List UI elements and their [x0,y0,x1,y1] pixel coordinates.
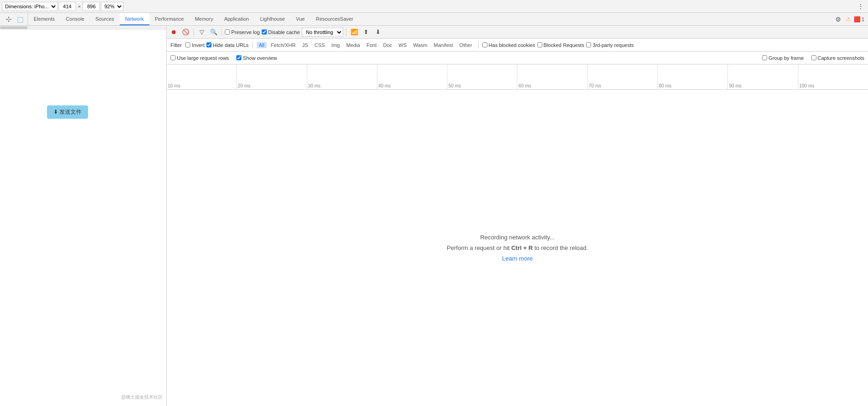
options-row: Use large request rows Show overview Gro… [167,52,868,64]
clear-button[interactable]: 🚫 [181,27,191,37]
tab-application[interactable]: Application [219,13,255,25]
scrollbar-thumb[interactable] [0,26,28,29]
group-by-frame-group[interactable]: Group by frame [762,55,803,61]
tab-list: Elements Console Sources Network Perform… [28,13,359,25]
filter-ws-button[interactable]: WS [396,42,409,48]
third-party-requests-group[interactable]: 3rd-party requests [586,42,633,48]
tick-90ms: 90 ms [727,64,798,89]
large-request-rows-group[interactable]: Use large request rows [170,55,229,61]
hide-data-urls-checkbox[interactable] [206,42,211,47]
tick-10ms: 10 ms [167,64,236,89]
filter-manifest-button[interactable]: Manifest [432,42,456,48]
watermark: @稀土掘金技术社区 [121,394,163,400]
tab-sources[interactable]: Sources [90,13,119,25]
send-file-button[interactable]: ⬇ 发送文件 [47,105,88,119]
filter-sep-1 [252,41,253,49]
zoom-selector[interactable]: 92% [101,2,123,11]
error-count: 1 [862,17,864,22]
tab-lighthouse[interactable]: Lighthouse [254,13,290,25]
filter-other-button[interactable]: Other [457,42,475,48]
capture-screenshots-checkbox[interactable] [811,55,816,60]
disable-cache-label: Disable cache [268,29,300,35]
invert-checkbox[interactable] [185,42,190,47]
tab-resourcessaver[interactable]: ResourcesSaver [310,13,358,25]
error-icon: 🟥 [854,16,861,23]
filter-css-button[interactable]: CSS [312,42,328,48]
show-overview-checkbox[interactable] [236,55,241,60]
filter-doc-button[interactable]: Doc [381,42,394,48]
hide-data-urls-checkbox-group[interactable]: Hide data URLs [206,42,249,48]
tab-memory[interactable]: Memory [189,13,219,25]
empty-recording-text: Recording network activity... [480,234,555,241]
tab-elements[interactable]: Elements [28,13,60,25]
has-blocked-cookies-checkbox[interactable] [482,42,487,47]
network-panel: ⏺ 🚫 ▽ 🔍 Preserve log Disable cache No th… [167,26,868,406]
zoom-select[interactable]: 92% [101,2,123,11]
settings-button[interactable]: ⚙ [833,14,844,25]
width-input[interactable]: 414 [59,2,76,11]
tab-performance[interactable]: Performance [149,13,189,25]
filter-js-button[interactable]: JS [300,42,311,48]
tab-console[interactable]: Console [60,13,90,25]
filter-wasm-button[interactable]: Wasm [411,42,430,48]
filter-sep-2 [478,41,479,49]
empty-post-text: to record the reload. [533,244,588,251]
blocked-requests-label: Blocked Requests [544,42,585,48]
height-input[interactable]: 896 [82,2,100,11]
export-button[interactable]: ⬇ [373,27,383,37]
capture-screenshots-group[interactable]: Capture screenshots [811,55,865,61]
tick-40ms: 40 ms [377,64,447,89]
show-overview-group[interactable]: Show overview [236,55,277,61]
large-request-rows-checkbox[interactable] [170,55,176,60]
top-bar: Dimensions: iPho... 414 × 896 92% ⋮ [0,0,868,13]
device-tool-button[interactable]: ⬚ [15,14,26,25]
import-button[interactable]: ⬆ [361,27,371,37]
disable-cache-checkbox-group[interactable]: Disable cache [262,29,300,35]
dimension-selector[interactable]: Dimensions: iPho... 414 × 896 [2,2,100,11]
filter-font-button[interactable]: Font [364,42,379,48]
hide-data-urls-label: Hide data URLs [213,42,249,48]
preserve-log-checkbox[interactable] [225,29,230,35]
timeline-ticks: 10 ms 20 ms 30 ms 40 ms 50 ms 60 ms 70 m… [167,64,868,89]
third-party-requests-label: 3rd-party requests [592,42,633,48]
filter-img-button[interactable]: Img [329,42,342,48]
preview-content: ⬇ 发送文件 [0,29,166,406]
tab-network[interactable]: Network [120,13,149,25]
learn-more-link[interactable]: Learn more [502,255,533,262]
toolbar-separator-1 [194,29,194,36]
warnings-badge[interactable]: ⚠ [846,16,852,23]
search-button[interactable]: 🔍 [209,27,219,37]
wifi-conditions-button[interactable]: 📶 [349,27,359,37]
errors-badge[interactable]: 🟥 1 [854,16,864,23]
empty-instructions: Perform a request or hit Ctrl + R to rec… [447,244,588,251]
device-select[interactable]: Dimensions: iPho... [2,2,58,11]
show-overview-label: Show overview [243,55,277,61]
filter-all-button[interactable]: All [257,42,267,48]
invert-label: Invert [192,42,205,48]
filter-button[interactable]: ▽ [197,27,207,37]
filter-fetchxhr-button[interactable]: Fetch/XHR [269,42,298,48]
more-options-button[interactable]: ⋮ [855,1,866,12]
preview-panel: ⬇ 发送文件 @稀土掘金技术社区 [0,26,167,406]
blocked-requests-group[interactable]: Blocked Requests [537,42,585,48]
warning-icon: ⚠ [846,16,851,23]
main-layout: ⬇ 发送文件 @稀土掘金技术社区 ⏺ 🚫 ▽ 🔍 Preserve log Di… [0,26,868,406]
has-blocked-cookies-group[interactable]: Has blocked cookies [482,42,535,48]
group-by-frame-checkbox[interactable] [762,55,767,60]
record-button[interactable]: ⏺ [169,27,179,37]
filter-media-button[interactable]: Media [344,42,362,48]
preserve-log-checkbox-group[interactable]: Preserve log [225,29,260,35]
network-toolbar: ⏺ 🚫 ▽ 🔍 Preserve log Disable cache No th… [167,26,868,39]
dimension-x: × [77,4,82,9]
disable-cache-checkbox[interactable] [262,29,267,35]
invert-checkbox-group[interactable]: Invert [185,42,205,48]
tick-100ms: 100 ms [798,64,868,89]
cursor-tool-button[interactable]: ⊹ [3,14,14,25]
toolbar-separator-2 [222,29,222,36]
preview-scrollbar[interactable] [0,26,166,29]
throttle-select[interactable]: No throttling Fast 3G Slow 3G Offline [302,28,343,37]
empty-pre-text: Perform a request or hit [447,244,511,251]
tab-vue[interactable]: Vue [290,13,310,25]
blocked-requests-checkbox[interactable] [537,42,542,47]
third-party-requests-checkbox[interactable] [586,42,591,47]
